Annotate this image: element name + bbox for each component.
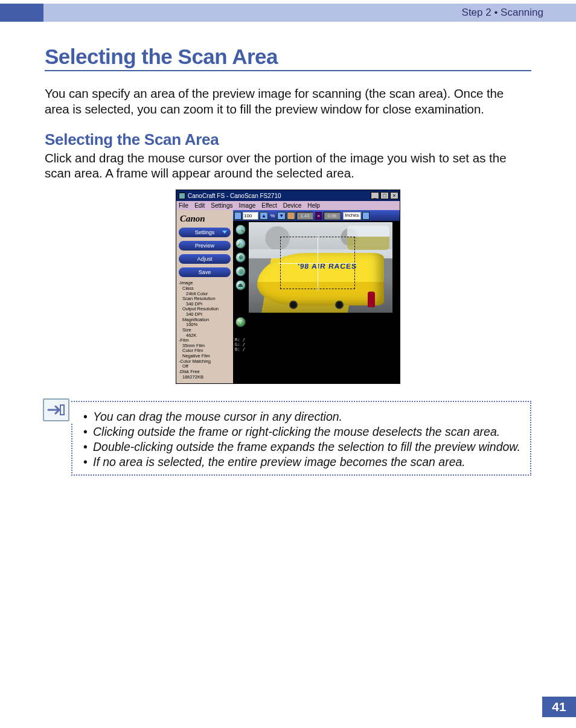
menu-help[interactable]: Help: [307, 202, 320, 209]
help-icon[interactable]: ?: [235, 317, 246, 327]
units-select[interactable]: Inches: [343, 212, 361, 220]
preview-button[interactable]: Preview: [179, 241, 231, 251]
rgb-readout: R: / G: / B: /: [235, 338, 245, 352]
intro-paragraph: You can specify an area of the preview i…: [45, 86, 531, 117]
settings-button[interactable]: Settings: [179, 228, 231, 237]
header-accent: [0, 4, 43, 22]
units-dropdown-icon[interactable]: [362, 212, 370, 220]
page-title: Selecting the Scan Area: [45, 45, 531, 71]
section-heading: Selecting the Scan Area: [45, 130, 531, 149]
menu-image[interactable]: Image: [239, 202, 256, 209]
eject-icon[interactable]: ⏏: [235, 280, 246, 290]
menu-bar: File Edit Settings Image Effect Device H…: [176, 201, 400, 210]
adjust-button[interactable]: Adjust: [179, 254, 231, 264]
minimize-button[interactable]: _: [371, 192, 379, 199]
close-button[interactable]: ×: [390, 192, 398, 199]
left-panel: Canon Settings Preview Adjust Save -Imag…: [176, 210, 233, 383]
menu-effect[interactable]: Effect: [261, 202, 277, 209]
note-item: You can drag the mouse cursor in any dir…: [82, 409, 523, 424]
window-title: CanoCraft FS - CanoScan FS2710: [188, 193, 281, 199]
breadcrumb: Step 2 • Scanning: [43, 4, 576, 22]
page-header: Step 2 • Scanning: [0, 4, 576, 22]
menu-edit[interactable]: Edit: [194, 202, 205, 209]
percent-label: %: [270, 213, 275, 219]
note-arrow-icon: [43, 398, 69, 421]
fit-icon[interactable]: ⊕: [235, 252, 246, 263]
dim-width: 1.43: [296, 212, 313, 220]
window-titlebar: CanoCraft FS - CanoScan FS2710 _ □ ×: [176, 190, 400, 201]
menu-device[interactable]: Device: [283, 202, 302, 209]
info-size-value: 462K: [186, 333, 231, 339]
rgb-b: B: /: [235, 348, 245, 353]
dim-height: 0.96: [324, 212, 341, 220]
info-diskfree-value: 186272KB: [182, 375, 231, 380]
section-paragraph: Click and drag the mouse cursor over the…: [45, 150, 531, 182]
svg-rect-0: [60, 405, 64, 415]
ruler-icon[interactable]: [287, 212, 295, 220]
app-window: CanoCraft FS - CanoScan FS2710 _ □ × Fil…: [176, 190, 400, 384]
zoom-dropdown-icon[interactable]: [234, 212, 242, 220]
preview-toolbar: % ▼ 1.43 × 0.96 Inches: [233, 210, 400, 221]
save-button[interactable]: Save: [179, 267, 231, 277]
figure-screenshot: CanoCraft FS - CanoScan FS2710 _ □ × Fil…: [45, 190, 531, 384]
note-item: If no area is selected, the entire previ…: [82, 455, 523, 470]
note-list: You can drag the mouse cursor in any dir…: [82, 409, 523, 470]
note-item: Clicking outside the frame or right-clic…: [82, 424, 523, 439]
tool-palette: 🔍 🔎 ⊕ ◎ ⏏ ?: [235, 225, 246, 327]
dim-x-label: ×: [315, 212, 322, 220]
preview-area[interactable]: '98 AIR RACES: [249, 222, 392, 362]
brand-logo: Canon: [179, 214, 231, 224]
app-icon: [179, 193, 185, 199]
zoom-up-button[interactable]: [260, 212, 268, 220]
right-panel: % ▼ 1.43 × 0.96 Inches 🔍 🔎 ⊕: [233, 210, 400, 383]
zoom-out-icon[interactable]: 🔎: [235, 238, 246, 249]
menu-settings[interactable]: Settings: [211, 202, 232, 209]
note-box: You can drag the mouse cursor in any dir…: [45, 401, 531, 476]
zoom-in-icon[interactable]: 🔍: [235, 225, 246, 235]
preview-image: '98 AIR RACES: [249, 222, 392, 313]
maximize-button[interactable]: □: [380, 192, 389, 199]
selection-marquee[interactable]: [280, 237, 355, 289]
zoom-input[interactable]: [243, 212, 258, 220]
chevron-down-icon: [222, 231, 227, 234]
zoom-down-button[interactable]: ▼: [277, 212, 286, 220]
target-icon[interactable]: ◎: [235, 266, 246, 276]
menu-file[interactable]: File: [179, 202, 188, 209]
note-item: Double-clicking outside the frame expand…: [82, 439, 523, 455]
info-panel: -Image Class 24bit Color Scan Resolution…: [179, 281, 231, 380]
info-mag-value: 100%: [186, 322, 231, 328]
page-number: 41: [542, 697, 576, 717]
